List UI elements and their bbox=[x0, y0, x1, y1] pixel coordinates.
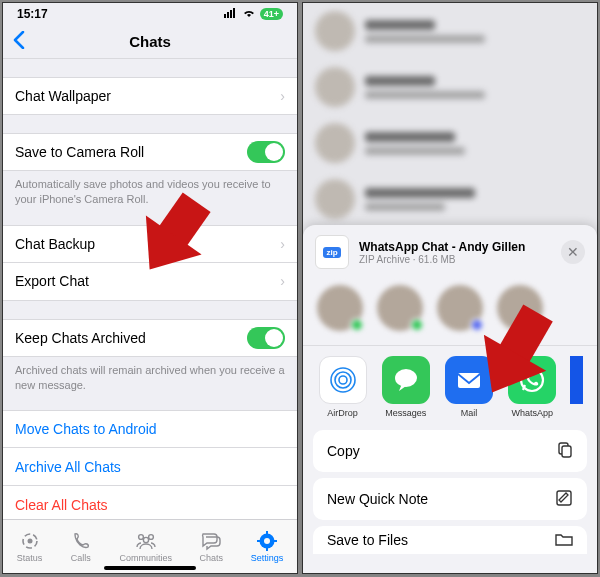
airdrop-icon bbox=[319, 356, 367, 404]
action-copy[interactable]: Copy bbox=[313, 430, 587, 472]
close-button[interactable]: ✕ bbox=[561, 240, 585, 264]
tab-label: Chats bbox=[200, 553, 224, 563]
folder-icon bbox=[555, 532, 573, 549]
cell-label: Save to Camera Roll bbox=[15, 144, 144, 160]
close-icon: ✕ bbox=[567, 244, 579, 260]
cell-label: Move Chats to Android bbox=[15, 421, 157, 437]
chats-icon bbox=[200, 530, 222, 552]
save-camera-roll-footnote: Automatically save photos and videos you… bbox=[3, 171, 297, 207]
nav-header: Chats bbox=[3, 25, 297, 59]
cell-label: Archive All Chats bbox=[15, 459, 121, 475]
app-mail[interactable]: Mail bbox=[443, 356, 494, 418]
svg-point-18 bbox=[335, 372, 351, 388]
export-chat-row[interactable]: Export Chat › bbox=[3, 263, 297, 301]
contact-avatar[interactable] bbox=[497, 285, 543, 331]
chevron-right-icon: › bbox=[280, 88, 285, 104]
svg-point-8 bbox=[143, 537, 148, 542]
svg-point-7 bbox=[148, 535, 153, 540]
chat-wallpaper-row[interactable]: Chat Wallpaper › bbox=[3, 77, 297, 115]
mail-icon bbox=[445, 356, 493, 404]
app-messages[interactable]: Messages bbox=[380, 356, 431, 418]
tab-label: Status bbox=[17, 553, 43, 563]
svg-rect-13 bbox=[257, 540, 261, 542]
phone-icon bbox=[70, 530, 92, 552]
action-save-files[interactable]: Save to Files bbox=[313, 526, 587, 554]
app-label: Mail bbox=[461, 408, 478, 418]
share-sheet-screen: zip WhatsApp Chat - Andy Gillen ZIP Arch… bbox=[302, 2, 598, 574]
tab-label: Communities bbox=[119, 553, 172, 563]
app-label: WhatsApp bbox=[511, 408, 553, 418]
tab-calls[interactable]: Calls bbox=[70, 530, 92, 563]
svg-rect-24 bbox=[562, 446, 571, 457]
status-bar: 15:17 41+ bbox=[3, 3, 297, 25]
share-contacts-row[interactable] bbox=[303, 279, 597, 341]
contact-avatar[interactable] bbox=[437, 285, 483, 331]
keep-archived-row[interactable]: Keep Chats Archived bbox=[3, 319, 297, 357]
action-quick-note[interactable]: New Quick Note bbox=[313, 478, 587, 520]
tab-label: Settings bbox=[251, 553, 284, 563]
svg-point-20 bbox=[395, 369, 417, 387]
battery-icon: 41+ bbox=[260, 8, 283, 20]
cell-label: Clear All Chats bbox=[15, 497, 108, 513]
tab-bar: Status Calls Communities Chats Settings bbox=[3, 519, 297, 573]
settings-chats-screen: 15:17 41+ Chats Chat Wallpaper › Save to… bbox=[2, 2, 298, 574]
messages-icon bbox=[382, 356, 430, 404]
svg-point-5 bbox=[27, 539, 32, 544]
wifi-icon bbox=[242, 7, 256, 21]
clear-all-row[interactable]: Clear All Chats bbox=[3, 486, 297, 519]
action-label: New Quick Note bbox=[327, 491, 428, 507]
cell-label: Export Chat bbox=[15, 273, 89, 289]
svg-rect-12 bbox=[266, 547, 268, 551]
svg-rect-25 bbox=[557, 491, 571, 505]
app-airdrop[interactable]: AirDrop bbox=[317, 356, 368, 418]
save-camera-roll-toggle[interactable] bbox=[247, 141, 285, 163]
app-whatsapp[interactable]: WhatsApp bbox=[507, 356, 558, 418]
app-more[interactable] bbox=[570, 356, 583, 418]
keep-archived-footnote: Archived chats will remain archived when… bbox=[3, 357, 297, 393]
tab-status[interactable]: Status bbox=[17, 530, 43, 563]
tab-settings[interactable]: Settings bbox=[251, 530, 284, 563]
cell-label: Chat Wallpaper bbox=[15, 88, 111, 104]
cell-label: Chat Backup bbox=[15, 236, 95, 252]
svg-rect-0 bbox=[224, 14, 226, 18]
status-icon bbox=[19, 530, 41, 552]
chat-backup-row[interactable]: Chat Backup › bbox=[3, 225, 297, 263]
app-label: AirDrop bbox=[327, 408, 358, 418]
app-label: Messages bbox=[385, 408, 426, 418]
chevron-right-icon: › bbox=[280, 236, 285, 252]
save-camera-roll-row[interactable]: Save to Camera Roll bbox=[3, 133, 297, 171]
back-button[interactable] bbox=[13, 31, 25, 52]
contact-avatar[interactable] bbox=[377, 285, 423, 331]
tab-chats[interactable]: Chats bbox=[200, 530, 224, 563]
keep-archived-toggle[interactable] bbox=[247, 327, 285, 349]
contact-avatar[interactable] bbox=[317, 285, 363, 331]
chevron-right-icon: › bbox=[280, 273, 285, 289]
svg-rect-2 bbox=[230, 10, 232, 18]
share-title: WhatsApp Chat - Andy Gillen bbox=[359, 240, 525, 254]
svg-point-6 bbox=[138, 535, 143, 540]
share-apps-row: AirDrop Messages Mail WhatsApp bbox=[303, 356, 597, 430]
app-icon bbox=[570, 356, 583, 404]
share-sheet-header: zip WhatsApp Chat - Andy Gillen ZIP Arch… bbox=[303, 225, 597, 279]
share-subtitle: ZIP Archive · 61.6 MB bbox=[359, 254, 525, 265]
zip-file-icon: zip bbox=[315, 235, 349, 269]
svg-rect-3 bbox=[233, 8, 235, 18]
action-label: Copy bbox=[327, 443, 360, 459]
copy-icon bbox=[555, 441, 573, 462]
home-indicator[interactable] bbox=[104, 566, 196, 570]
svg-point-17 bbox=[339, 376, 347, 384]
action-label: Save to Files bbox=[327, 532, 408, 548]
status-time: 15:17 bbox=[17, 7, 48, 21]
svg-rect-21 bbox=[458, 373, 480, 388]
svg-point-10 bbox=[264, 538, 270, 544]
tab-communities[interactable]: Communities bbox=[119, 530, 172, 563]
communities-icon bbox=[135, 530, 157, 552]
archive-all-row[interactable]: Archive All Chats bbox=[3, 448, 297, 486]
svg-rect-11 bbox=[266, 531, 268, 535]
divider bbox=[303, 345, 597, 346]
whatsapp-icon bbox=[508, 356, 556, 404]
page-title: Chats bbox=[129, 33, 171, 50]
cell-label: Keep Chats Archived bbox=[15, 330, 146, 346]
move-android-row[interactable]: Move Chats to Android bbox=[3, 410, 297, 448]
svg-rect-14 bbox=[273, 540, 277, 542]
